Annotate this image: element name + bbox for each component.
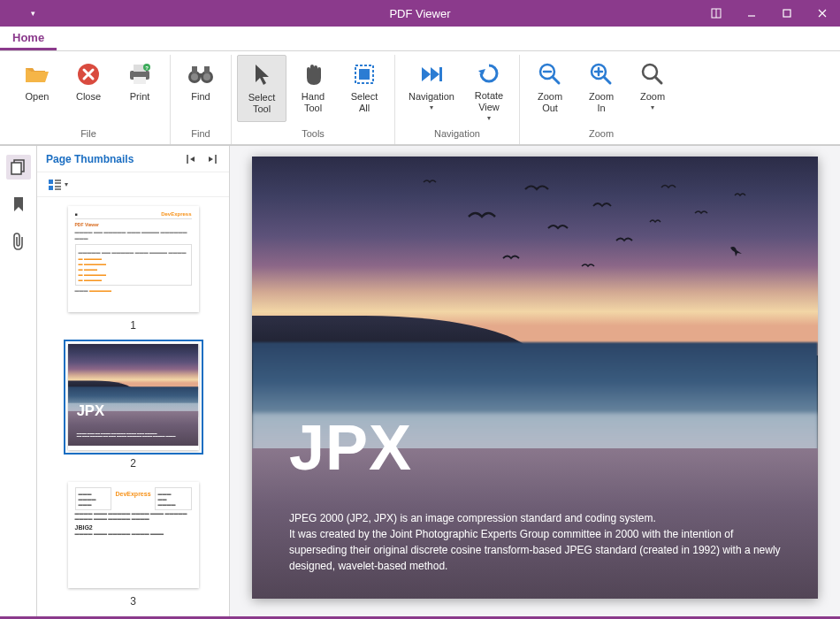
pages-icon bbox=[10, 158, 27, 176]
thumbnail-number: 1 bbox=[130, 319, 136, 332]
svg-rect-23 bbox=[49, 180, 53, 184]
thumbnail-item: ▬▬▬▬▬▬▬▬▬▬ DevExpress ▬▬▬▬▬▬▬▬▬ ▬▬▬▬ ▬▬▬… bbox=[37, 482, 229, 608]
thumbnail-page-3[interactable]: ▬▬▬▬▬▬▬▬▬▬ DevExpress ▬▬▬▬▬▬▬▬▬ ▬▬▬▬ ▬▬▬… bbox=[68, 482, 199, 588]
cursor-icon bbox=[248, 61, 276, 89]
panel-title: Page Thumbnails bbox=[46, 153, 181, 165]
panel-toolbar: ▾ bbox=[37, 172, 229, 197]
svg-rect-13 bbox=[192, 66, 197, 73]
navigation-dropdown-button[interactable]: Navigation ▾ bbox=[401, 55, 462, 122]
zoom-in-button[interactable]: Zoom In bbox=[577, 55, 626, 122]
page-body-text: JPEG 2000 (JP2, JPX) is an image compres… bbox=[289, 510, 781, 574]
thumbnails-list[interactable]: ■DevExpress PDF Viewer ▬▬▬▬ ▬▬ ▬▬▬▬▬ ▬▬▬… bbox=[37, 197, 229, 616]
ribbon-group-zoom: Zoom Out Zoom In Zoom ▾ Zoom bbox=[520, 55, 683, 144]
svg-rect-14 bbox=[204, 66, 210, 73]
svg-rect-12 bbox=[198, 73, 203, 77]
ribbon-display-options-button[interactable] bbox=[699, 0, 734, 27]
chevron-down-icon: ▾ bbox=[430, 103, 433, 111]
chevron-down-icon: ▾ bbox=[65, 180, 68, 188]
thumbnails-tab[interactable] bbox=[6, 155, 31, 180]
svg-rect-5 bbox=[134, 77, 146, 84]
qat-dropdown-icon[interactable]: ▾ bbox=[31, 9, 35, 18]
print-button[interactable]: ? Print bbox=[115, 55, 164, 122]
thumbnail-page-2[interactable]: JPX ▬▬▬▬ ▬▬▬ ▬▬ ▬▬▬▬ ▬▬▬▬▬▬ ▬▬▬▬ ▬▬▬ ▬▬▬… bbox=[68, 344, 199, 450]
hand-icon bbox=[299, 60, 327, 88]
select-tool-button[interactable]: Select Tool bbox=[237, 55, 286, 122]
svg-rect-22 bbox=[11, 163, 21, 174]
attachments-tab[interactable] bbox=[6, 229, 31, 254]
minimize-button[interactable] bbox=[734, 0, 769, 27]
svg-rect-24 bbox=[49, 186, 53, 190]
ribbon-group-label: File bbox=[80, 128, 96, 144]
svg-text:?: ? bbox=[145, 65, 149, 71]
zoom-out-button[interactable]: Zoom Out bbox=[525, 55, 575, 122]
window-title: PDF Viewer bbox=[389, 7, 450, 20]
close-button[interactable] bbox=[805, 0, 840, 27]
ribbon-group-tools: Select Tool Hand Tool Select All Tools bbox=[232, 55, 395, 144]
thumbnails-panel: Page Thumbnails ▾ ■DevExpress PDF Viewer… bbox=[37, 146, 230, 616]
svg-point-11 bbox=[203, 73, 210, 80]
select-all-button[interactable]: Select All bbox=[340, 55, 389, 122]
close-document-button[interactable]: Close bbox=[64, 55, 113, 122]
ribbon-tab-bar: Home bbox=[0, 27, 840, 51]
thumbnail-item: ■DevExpress PDF Viewer ▬▬▬▬ ▬▬ ▬▬▬▬▬ ▬▬▬… bbox=[37, 206, 229, 332]
find-button[interactable]: Find bbox=[176, 55, 225, 122]
hand-tool-button[interactable]: Hand Tool bbox=[288, 55, 338, 122]
thumbnail-item: JPX ▬▬▬▬ ▬▬▬ ▬▬ ▬▬▬▬ ▬▬▬▬▬▬ ▬▬▬▬ ▬▬▬ ▬▬▬… bbox=[37, 344, 229, 470]
folder-open-icon bbox=[23, 60, 51, 88]
chevron-down-icon: ▾ bbox=[487, 114, 491, 122]
rotate-icon bbox=[475, 60, 503, 88]
thumbnail-number: 2 bbox=[130, 457, 136, 470]
chevron-down-icon: ▾ bbox=[651, 103, 654, 111]
svg-rect-17 bbox=[439, 67, 442, 81]
panel-expand-button[interactable] bbox=[202, 150, 220, 168]
svg-rect-1 bbox=[783, 10, 790, 17]
ribbon-group-label: Tools bbox=[302, 128, 325, 144]
title-bar: ▾ PDF Viewer bbox=[0, 0, 840, 27]
ribbon-group-label: Zoom bbox=[589, 128, 614, 144]
bookmarks-tab[interactable] bbox=[6, 192, 31, 217]
ribbon-group-label: Navigation bbox=[434, 128, 480, 144]
list-icon bbox=[48, 179, 62, 191]
side-tab-strip bbox=[0, 146, 37, 616]
panel-options-button[interactable]: ▾ bbox=[44, 177, 72, 193]
page-view: JPX JPEG 2000 (JP2, JPX) is an image com… bbox=[252, 157, 818, 599]
ribbon-group-file: Open Close ? Print File bbox=[7, 55, 171, 144]
panel-collapse-button[interactable] bbox=[183, 150, 201, 168]
page-headline: JPX bbox=[289, 411, 412, 484]
ribbon-group-navigation: Navigation ▾ Rotate View ▾ Navigation bbox=[395, 55, 520, 144]
rotate-view-dropdown-button[interactable]: Rotate View ▾ bbox=[464, 55, 514, 122]
open-button[interactable]: Open bbox=[12, 55, 62, 122]
panel-header: Page Thumbnails bbox=[37, 146, 229, 172]
printer-icon: ? bbox=[126, 60, 154, 88]
content-area: Page Thumbnails ▾ ■DevExpress PDF Viewer… bbox=[0, 145, 840, 616]
thumbnail-number: 3 bbox=[130, 595, 136, 608]
thumbnail-page-1[interactable]: ■DevExpress PDF Viewer ▬▬▬▬ ▬▬ ▬▬▬▬▬ ▬▬▬… bbox=[68, 206, 199, 312]
ribbon: Open Close ? Print File Find Find S bbox=[0, 51, 840, 145]
tab-home[interactable]: Home bbox=[0, 27, 57, 50]
zoom-dropdown-button[interactable]: Zoom ▾ bbox=[628, 55, 677, 122]
svg-rect-16 bbox=[359, 69, 370, 80]
close-circle-icon bbox=[74, 60, 103, 88]
maximize-button[interactable] bbox=[769, 0, 805, 27]
binoculars-icon bbox=[187, 60, 215, 88]
skip-forward-icon bbox=[417, 60, 446, 88]
zoom-out-icon bbox=[536, 60, 564, 88]
paperclip-icon bbox=[11, 232, 27, 251]
bookmark-icon bbox=[11, 195, 27, 213]
select-all-icon bbox=[350, 60, 378, 88]
document-viewer[interactable]: JPX JPEG 2000 (JP2, JPX) is an image com… bbox=[230, 146, 840, 616]
svg-point-10 bbox=[191, 73, 198, 80]
magnifier-icon bbox=[638, 60, 667, 88]
ribbon-group-label: Find bbox=[191, 128, 210, 144]
zoom-in-icon bbox=[587, 60, 615, 88]
ribbon-group-find: Find Find bbox=[171, 55, 232, 144]
